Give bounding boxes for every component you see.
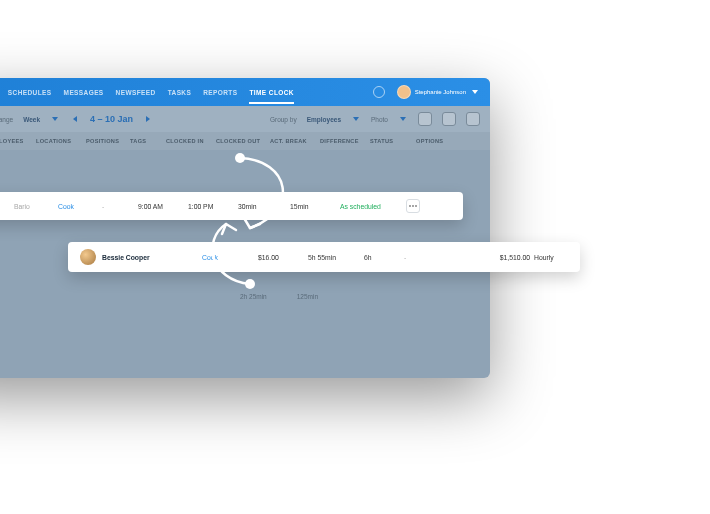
export-button[interactable]	[442, 112, 456, 126]
cell-break: 6h	[362, 254, 402, 261]
cell-difference: 15min	[288, 203, 338, 210]
app-window: DASHBOARD SCHEDULES MESSAGES NEWSFEED TA…	[0, 78, 490, 378]
prev-period-button[interactable]	[73, 116, 77, 122]
group-by-label: Group by	[270, 116, 297, 123]
cell-clock-in: 9:00 AM	[136, 203, 186, 210]
cell-break: 30min	[236, 203, 288, 210]
col-positions[interactable]: POSITIONS	[84, 138, 128, 144]
col-tags[interactable]: TAGS	[128, 138, 164, 144]
tab-messages[interactable]: MESSAGES	[64, 81, 104, 104]
user-name: Stephanie Johnson	[415, 89, 466, 95]
notification-icon[interactable]	[373, 86, 385, 98]
cell-clock-out: 1:00 PM	[186, 203, 236, 210]
totals-row: 2h 25min 125min	[240, 293, 318, 300]
total-duration: 2h 25min	[240, 293, 267, 300]
toolbar: Date range Week 4 – 10 Jan Group by Empl…	[0, 106, 490, 132]
cell-rate: $16.00	[256, 254, 306, 261]
cell-dash1: -	[402, 254, 462, 261]
cell-location: Bario	[12, 203, 56, 210]
cell-employee: Bessie Cooper	[100, 254, 200, 261]
chevron-down-icon	[52, 117, 58, 121]
group-by-select[interactable]: Employees	[307, 116, 341, 123]
cell-employee: Bessie Cooper	[0, 203, 12, 210]
timesheet-row-1[interactable]: Bessie Cooper Bario Cook - 9:00 AM 1:00 …	[0, 192, 463, 220]
col-locations[interactable]: LOCATIONS	[34, 138, 84, 144]
chevron-down-icon	[472, 90, 478, 94]
tab-reports[interactable]: REPORTS	[203, 81, 237, 104]
row-options-button[interactable]	[406, 199, 420, 213]
cell-type: Hourly	[532, 254, 582, 261]
cell-duration: 5h 55min	[306, 254, 362, 261]
col-act-break[interactable]: ACT. BREAK	[268, 138, 318, 144]
avatar-icon	[397, 85, 411, 99]
cell-status: As scheduled	[338, 203, 404, 210]
tab-tasks[interactable]: TASKS	[168, 81, 192, 104]
grid-view-button[interactable]	[418, 112, 432, 126]
tab-schedules[interactable]: SCHEDULES	[8, 81, 52, 104]
avatar-icon	[80, 249, 96, 265]
chevron-down-icon	[400, 117, 406, 121]
tab-time-clock[interactable]: TIME CLOCK	[249, 81, 293, 104]
settings-button[interactable]	[466, 112, 480, 126]
col-clocked-in[interactable]: CLOCKED IN	[164, 138, 214, 144]
col-clocked-out[interactable]: CLOCKED OUT	[214, 138, 268, 144]
table-header: DATE EMPLOYEES LOCATIONS POSITIONS TAGS …	[0, 132, 490, 150]
cell-position[interactable]: Cook	[56, 203, 100, 210]
range-unit-select[interactable]: Week	[23, 116, 40, 123]
top-nav: DASHBOARD SCHEDULES MESSAGES NEWSFEED TA…	[0, 78, 490, 106]
tab-newsfeed[interactable]: NEWSFEED	[116, 81, 156, 104]
cell-total: $1,510.00	[462, 254, 532, 261]
cell-tags: -	[100, 203, 136, 210]
date-range[interactable]: 4 – 10 Jan	[90, 114, 133, 124]
user-menu[interactable]: Stephanie Johnson	[397, 85, 480, 99]
range-label: Date range	[0, 116, 13, 123]
col-employees[interactable]: EMPLOYEES	[0, 138, 34, 144]
timesheet-row-2[interactable]: Bessie Cooper Cook $16.00 5h 55min 6h - …	[68, 242, 580, 272]
col-options: OPTIONS	[414, 138, 454, 144]
total-break: 125min	[297, 293, 318, 300]
cell-position[interactable]: Cook	[200, 254, 256, 261]
next-period-button[interactable]	[146, 116, 150, 122]
chevron-down-icon	[353, 117, 359, 121]
col-status[interactable]: STATUS	[368, 138, 414, 144]
view-select[interactable]: Photo	[371, 116, 388, 123]
col-difference[interactable]: DIFFERENCE	[318, 138, 368, 144]
